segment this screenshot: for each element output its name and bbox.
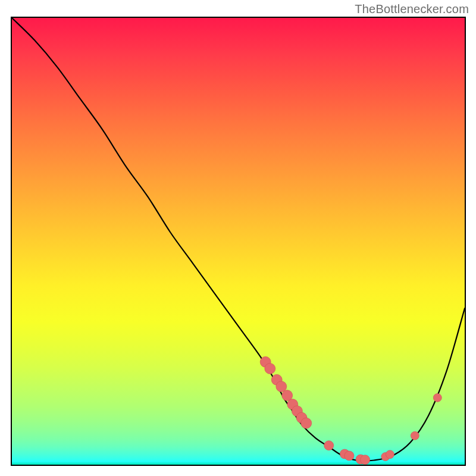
scatter-point	[386, 450, 394, 459]
attribution-text: TheBottlenecker.com	[355, 2, 469, 16]
plot-frame	[11, 17, 466, 466]
chart-container: TheBottlenecker.com	[0, 0, 476, 476]
scatter-point	[433, 393, 441, 402]
scatter-points	[260, 356, 441, 464]
bottleneck-curve	[12, 18, 465, 461]
scatter-point	[361, 455, 370, 465]
scatter-point	[301, 418, 312, 428]
scatter-point	[276, 381, 287, 392]
scatter-point	[411, 431, 419, 440]
chart-svg	[12, 18, 465, 465]
scatter-point	[324, 441, 334, 450]
scatter-point	[265, 364, 275, 374]
scatter-point	[345, 451, 354, 461]
